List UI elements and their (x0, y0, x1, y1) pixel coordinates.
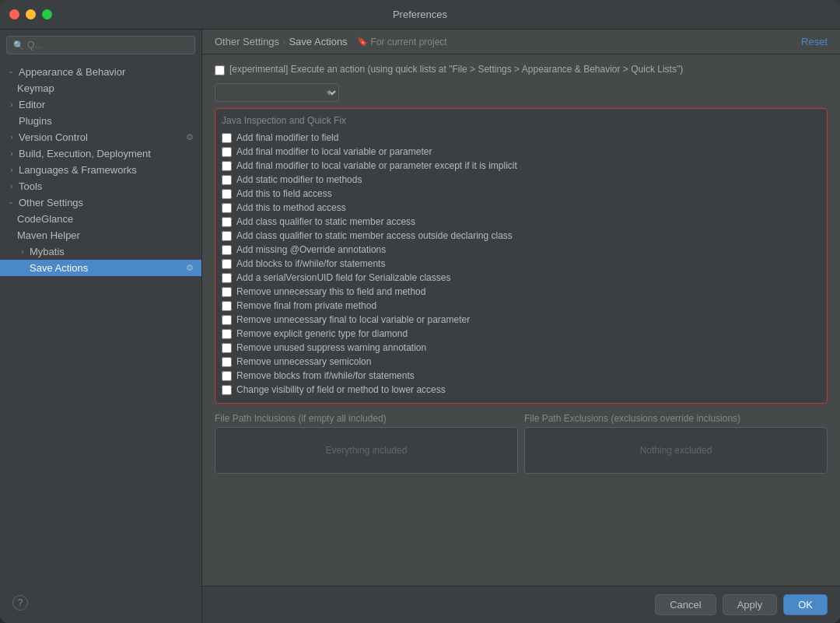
checkbox-label-remove-semicolon: Remove unnecessary semicolon (236, 356, 371, 367)
inspection-item-remove-this: Remove unnecessary this to field and met… (222, 285, 821, 299)
sidebar-item-label: Languages & Frameworks (19, 164, 195, 176)
inspection-item-remove-semicolon: Remove unnecessary semicolon (222, 355, 821, 369)
search-input[interactable] (27, 40, 188, 51)
search-icon: 🔍 (13, 40, 24, 51)
experimental-checkbox[interactable] (215, 65, 225, 75)
exclusions-list[interactable]: Nothing excluded (524, 427, 828, 474)
checkbox-label-remove-suppress: Remove unused suppress warning annotatio… (236, 342, 426, 353)
sidebar-item-label: Other Settings (19, 197, 195, 208)
checkbox-change-visibility[interactable] (222, 385, 232, 395)
sidebar-item-mybatis[interactable]: › Mybatis (0, 243, 201, 260)
checkbox-add-final-field[interactable] (222, 133, 232, 143)
dropdown-row: ▼ (215, 83, 828, 102)
experimental-label: [experimental] Execute an action (using … (229, 64, 683, 75)
inspection-item-add-this-field: Add this to field access (222, 187, 821, 201)
checkbox-add-static-methods[interactable] (222, 175, 232, 185)
sidebar: 🔍 › Appearance & Behavior Keymap › Edito… (0, 30, 202, 623)
checkbox-label-add-this-field: Add this to field access (236, 188, 332, 199)
reset-button[interactable]: Reset (801, 36, 828, 47)
sidebar-item-plugins[interactable]: › Plugins (0, 113, 201, 129)
inspection-item-add-final-field: Add final modifier to field (222, 131, 821, 145)
inspection-item-add-override: Add missing @Override annotations (222, 243, 821, 257)
checkbox-add-class-qualifier[interactable] (222, 217, 232, 227)
sidebar-item-languages[interactable]: › Languages & Frameworks (0, 162, 201, 178)
checkbox-add-class-qualifier-outside[interactable] (222, 231, 232, 241)
breadcrumb-separator: › (282, 36, 285, 47)
sidebar-item-build[interactable]: › Build, Execution, Deployment (0, 145, 201, 162)
breadcrumb-project: 🔖 For current project (357, 37, 447, 47)
inclusions-placeholder: Everything included (326, 445, 408, 456)
checkbox-remove-suppress[interactable] (222, 343, 232, 353)
panel-body: [experimental] Execute an action (using … (202, 54, 840, 586)
checkbox-label-add-blocks: Add blocks to if/while/for statements (236, 258, 385, 269)
inspection-item-add-serial: Add a serialVersionUID field for Seriali… (222, 271, 821, 285)
sidebar-tree: › Appearance & Behavior Keymap › Editor … (0, 61, 201, 623)
maximize-button[interactable] (42, 9, 52, 19)
inspection-item-add-final-local-except: Add final modifier to local variable or … (222, 159, 821, 173)
file-path-exclusions-col: File Path Exclusions (exclusions overrid… (524, 413, 828, 474)
cancel-button[interactable]: Cancel (655, 594, 716, 615)
inclusions-list[interactable]: Everything included (215, 427, 518, 474)
checkbox-add-serial[interactable] (222, 273, 232, 283)
sidebar-item-label: Mybatis (30, 246, 195, 257)
close-button[interactable] (9, 9, 19, 19)
sidebar-item-version-control[interactable]: › Version Control ⚙ (0, 129, 201, 145)
chevron-icon: › (6, 132, 17, 143)
sidebar-item-appearance[interactable]: › Appearance & Behavior (0, 64, 201, 80)
inspection-item-change-visibility: Change visibility of field or method to … (222, 383, 821, 397)
chevron-icon: › (6, 165, 17, 176)
checkbox-remove-blocks[interactable] (222, 371, 232, 381)
inspection-item-remove-final-local: Remove unnecessary final to local variab… (222, 313, 821, 327)
apply-button[interactable]: Apply (723, 594, 778, 615)
title-bar: Preferences (0, 0, 840, 30)
sidebar-item-label: Plugins (19, 115, 195, 127)
experimental-row: [experimental] Execute an action (using … (215, 62, 828, 77)
sidebar-item-label: Appearance & Behavior (19, 66, 195, 78)
help-button[interactable]: ? (12, 595, 28, 611)
sidebar-item-maven-helper[interactable]: Maven Helper (0, 227, 201, 243)
action-dropdown[interactable] (215, 83, 339, 102)
checkbox-label-remove-this: Remove unnecessary this to field and met… (236, 286, 425, 297)
checkbox-label-change-visibility: Change visibility of field or method to … (236, 384, 446, 395)
checkbox-add-final-local[interactable] (222, 147, 232, 157)
checkbox-label-add-final-local-except: Add final modifier to local variable or … (236, 160, 517, 171)
checkbox-label-add-class-qualifier: Add class qualifier to static member acc… (236, 216, 415, 227)
checkbox-add-blocks[interactable] (222, 259, 232, 269)
checkbox-remove-this[interactable] (222, 287, 232, 297)
chevron-icon: › (6, 198, 17, 208)
project-label: For current project (371, 37, 447, 47)
checkbox-add-final-local-except[interactable] (222, 161, 232, 171)
search-box[interactable]: 🔍 (6, 36, 195, 54)
bottom-bar: Cancel Apply OK (202, 586, 840, 623)
project-icon: 🔖 (357, 37, 368, 47)
sidebar-item-keymap[interactable]: Keymap (0, 80, 201, 96)
checkbox-label-add-final-field: Add final modifier to field (236, 132, 338, 143)
chevron-icon: › (6, 149, 17, 159)
checkbox-label-add-class-qualifier-outside: Add class qualifier to static member acc… (236, 230, 513, 241)
checkbox-label-add-serial: Add a serialVersionUID field for Seriali… (236, 272, 450, 283)
main-content: 🔍 › Appearance & Behavior Keymap › Edito… (0, 30, 840, 623)
checkbox-remove-semicolon[interactable] (222, 357, 232, 367)
checkbox-add-this-method[interactable] (222, 203, 232, 213)
checkbox-label-remove-generic: Remove explicit generic type for diamond (236, 328, 408, 339)
sidebar-item-tools[interactable]: › Tools (0, 178, 201, 194)
minimize-button[interactable] (26, 9, 36, 19)
inspection-box: Java Inspection and Quick Fix Add final … (215, 108, 828, 404)
breadcrumb-save-actions: Save Actions (289, 36, 347, 47)
ok-button[interactable]: OK (783, 594, 828, 615)
chevron-icon: › (6, 181, 17, 192)
checkbox-remove-generic[interactable] (222, 329, 232, 339)
sidebar-item-save-actions[interactable]: › Save Actions ⚙ (0, 260, 201, 276)
sidebar-item-codeglance[interactable]: CodeGlance (0, 211, 201, 227)
sidebar-item-editor[interactable]: › Editor (0, 96, 201, 113)
edit-icon: ⚙ (184, 132, 195, 143)
checkbox-add-this-field[interactable] (222, 189, 232, 199)
inspection-item-add-static-methods: Add static modifier to methods (222, 173, 821, 187)
main-panel: Other Settings › Save Actions 🔖 For curr… (202, 30, 840, 623)
checkbox-remove-final-private[interactable] (222, 301, 232, 311)
breadcrumb-other-settings[interactable]: Other Settings (215, 36, 279, 47)
inspection-item-add-this-method: Add this to method access (222, 201, 821, 215)
checkbox-add-override[interactable] (222, 245, 232, 255)
checkbox-remove-final-local[interactable] (222, 315, 232, 325)
sidebar-item-other-settings[interactable]: › Other Settings (0, 194, 201, 211)
